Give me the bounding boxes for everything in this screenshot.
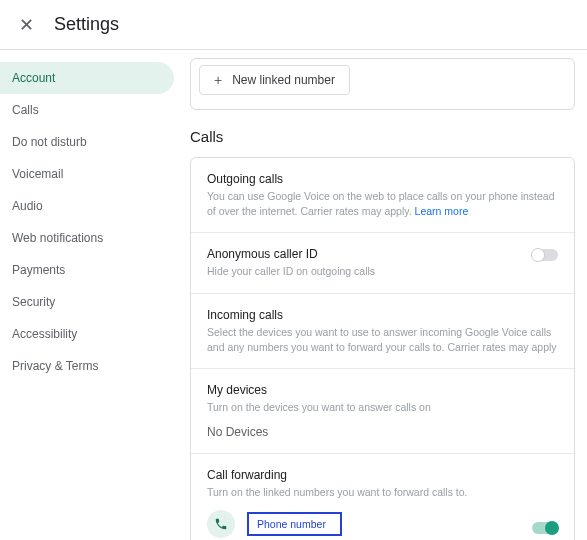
sidebar-item-security[interactable]: Security	[0, 286, 174, 318]
main-content: + New linked number Calls Outgoing calls…	[180, 50, 587, 540]
devices-desc: Turn on the devices you want to answer c…	[207, 400, 558, 415]
sidebar-item-privacy-terms[interactable]: Privacy & Terms	[0, 350, 174, 382]
incoming-desc: Select the devices you want to use to an…	[207, 325, 558, 354]
page-title: Settings	[54, 14, 119, 35]
row-anonymous-caller-id: Anonymous caller ID Hide your caller ID …	[191, 233, 574, 294]
new-linked-number-button[interactable]: + New linked number	[199, 65, 350, 95]
learn-more-link[interactable]: Learn more	[415, 205, 469, 217]
sidebar-item-do-not-disturb[interactable]: Do not disturb	[0, 126, 174, 158]
row-call-forwarding: Call forwarding Turn on the linked numbe…	[191, 454, 574, 540]
anon-toggle[interactable]	[532, 249, 558, 261]
section-calls-title: Calls	[190, 128, 575, 145]
phone-icon	[207, 510, 235, 538]
new-linked-number-label: New linked number	[232, 73, 335, 87]
sidebar-item-web-notifications[interactable]: Web notifications	[0, 222, 174, 254]
outgoing-desc: You can use Google Voice on the web to p…	[207, 189, 558, 218]
no-devices-text: No Devices	[207, 425, 558, 439]
forwarding-phone-row: Phone number	[207, 510, 558, 538]
phone-number-input[interactable]: Phone number	[247, 512, 342, 536]
plus-icon: +	[214, 72, 222, 88]
row-incoming-calls: Incoming calls Select the devices you wa…	[191, 294, 574, 369]
settings-header: ✕ Settings	[0, 0, 587, 50]
sidebar-item-payments[interactable]: Payments	[0, 254, 174, 286]
close-icon[interactable]: ✕	[16, 15, 36, 35]
linked-number-card: + New linked number	[190, 58, 575, 110]
row-outgoing-calls: Outgoing calls You can use Google Voice …	[191, 158, 574, 233]
forwarding-desc: Turn on the linked numbers you want to f…	[207, 485, 558, 500]
sidebar-item-account[interactable]: Account	[0, 62, 174, 94]
sidebar-item-audio[interactable]: Audio	[0, 190, 174, 222]
forwarding-title: Call forwarding	[207, 468, 558, 482]
sidebar-item-accessibility[interactable]: Accessibility	[0, 318, 174, 350]
devices-title: My devices	[207, 383, 558, 397]
sidebar-item-voicemail[interactable]: Voicemail	[0, 158, 174, 190]
calls-card: Outgoing calls You can use Google Voice …	[190, 157, 575, 540]
anon-title: Anonymous caller ID	[207, 247, 558, 261]
sidebar: Account Calls Do not disturb Voicemail A…	[0, 50, 180, 540]
forwarding-toggle[interactable]	[532, 522, 558, 534]
sidebar-item-calls[interactable]: Calls	[0, 94, 174, 126]
outgoing-title: Outgoing calls	[207, 172, 558, 186]
outgoing-desc-text: You can use Google Voice on the web to p…	[207, 190, 555, 217]
anon-desc: Hide your caller ID on outgoing calls	[207, 264, 558, 279]
row-my-devices: My devices Turn on the devices you want …	[191, 369, 574, 454]
incoming-title: Incoming calls	[207, 308, 558, 322]
